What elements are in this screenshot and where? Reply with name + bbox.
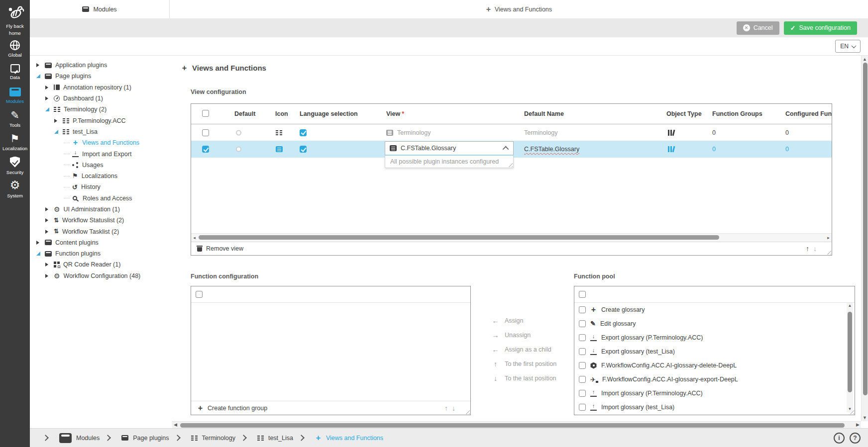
tree-expander[interactable] — [64, 154, 70, 154]
language-selector[interactable]: EN — [835, 40, 861, 53]
transfer-button[interactable]: ↓ To the last position — [492, 375, 556, 382]
tree-item[interactable]: Usages — [30, 160, 169, 171]
function-pool-item[interactable]: Edit glossary — [574, 317, 847, 331]
tree-expander[interactable] — [45, 107, 50, 111]
item-checkbox[interactable] — [579, 334, 586, 341]
tree-item[interactable]: Page plugins — [30, 71, 169, 82]
scrollbar-thumb[interactable] — [848, 312, 852, 392]
tree-item[interactable]: Annotation repository (1) — [30, 82, 169, 93]
scroll-up-arrow[interactable]: ▲ — [862, 57, 868, 62]
tree-expander[interactable] — [45, 218, 50, 222]
row-checkbox[interactable] — [202, 146, 209, 153]
save-configuration-button[interactable]: ✓ Save configuration — [784, 21, 857, 35]
help-icon[interactable]: ? — [850, 433, 861, 444]
transfer-button[interactable]: → Unassign — [492, 332, 556, 339]
scroll-left-arrow[interactable]: ◀ — [174, 422, 177, 427]
language-selection-checkbox[interactable] — [300, 146, 307, 153]
tree-expander[interactable] — [54, 130, 59, 134]
tree-expander[interactable] — [45, 96, 50, 100]
tree-item[interactable]: Roles and Access — [30, 193, 169, 204]
cancel-button[interactable]: ✕ Cancel — [737, 21, 779, 35]
function-pool-item[interactable]: Export glossary (test_Lisa) — [574, 345, 847, 358]
select-all-checkbox[interactable] — [202, 110, 209, 117]
breadcrumb-item[interactable]: Terminology — [169, 435, 235, 442]
tree-expander[interactable] — [45, 207, 50, 211]
tree-item[interactable]: Localizations — [30, 171, 169, 181]
tree-item[interactable]: Workflow Statuslist (2) — [30, 215, 169, 226]
item-checkbox[interactable] — [579, 306, 586, 313]
tree-item[interactable]: QR Code Reader (1) — [30, 259, 169, 270]
tree-item[interactable]: Function plugins — [30, 248, 169, 259]
breadcrumb-item[interactable]: test_Lisa — [235, 435, 293, 442]
move-up-button[interactable]: ↑ — [806, 245, 809, 253]
scroll-up-arrow[interactable]: ▲ — [848, 303, 852, 309]
move-up-button[interactable]: ↑ — [444, 404, 448, 412]
item-checkbox[interactable] — [579, 320, 586, 327]
scroll-down-arrow[interactable]: ▼ — [848, 406, 852, 412]
view-cell[interactable]: Terminology — [386, 129, 431, 136]
sidebar-nav-item[interactable]: System — [0, 178, 30, 201]
view-table-row[interactable]: Terminology Terminology 0 0 — [191, 124, 832, 141]
tree-item[interactable]: Dashboard (1) — [30, 93, 169, 104]
breadcrumb-item[interactable]: Page plugins — [100, 435, 169, 442]
tree-expander[interactable] — [45, 274, 50, 278]
tree-expander[interactable] — [54, 119, 59, 123]
tree-item[interactable]: Content plugins — [30, 237, 169, 248]
scroll-left-arrow[interactable]: ◂ — [191, 235, 198, 240]
row-checkbox[interactable] — [202, 129, 209, 136]
tree-item[interactable]: Import and Export — [30, 148, 169, 159]
move-down-button[interactable]: ↓ — [452, 404, 455, 412]
resize-grip[interactable] — [507, 162, 513, 167]
default-radio[interactable] — [236, 147, 241, 152]
function-pool-item[interactable]: Import glossary (test_Lisa) — [574, 400, 847, 414]
tree-expander[interactable] — [45, 263, 50, 267]
tree-expander[interactable] — [36, 252, 41, 256]
select-all-checkbox[interactable] — [579, 291, 586, 298]
item-checkbox[interactable] — [579, 376, 586, 383]
sidebar-nav-item[interactable]: Data — [0, 61, 30, 84]
scrollbar-thumb[interactable] — [180, 423, 845, 428]
tree-item[interactable]: Workflow Tasklist (2) — [30, 226, 169, 237]
tree-item[interactable]: Application plugins — [30, 60, 169, 71]
function-pool-item[interactable]: Import glossary (P.Terminology.ACC) — [574, 386, 847, 400]
sidebar-nav-item[interactable]: Global — [0, 37, 30, 61]
item-checkbox[interactable] — [579, 390, 586, 397]
function-pool-item[interactable]: Create glossary — [574, 303, 847, 317]
info-icon[interactable]: i — [834, 433, 845, 444]
default-radio[interactable] — [236, 130, 241, 135]
home-logo[interactable]: Fly back home — [2, 3, 27, 37]
language-selection-checkbox[interactable] — [300, 129, 307, 136]
breadcrumb-item[interactable]: Modules — [37, 433, 100, 443]
item-checkbox[interactable] — [579, 348, 586, 355]
tree-expander[interactable] — [36, 63, 41, 67]
scroll-down-arrow[interactable]: ▼ — [862, 415, 868, 420]
tree-item[interactable]: Workflow Configuration (48) — [30, 270, 169, 281]
tree-expander[interactable] — [36, 241, 41, 245]
tree-expander[interactable] — [64, 198, 70, 198]
breadcrumb-item[interactable]: Views and Functions — [293, 435, 383, 442]
item-checkbox[interactable] — [579, 362, 586, 369]
function-groups-cell[interactable]: 0 — [712, 146, 716, 153]
transfer-button[interactable]: ↑ To the first position — [492, 360, 556, 367]
scrollbar-thumb[interactable] — [199, 235, 719, 240]
sidebar-nav-item[interactable]: Tools — [0, 107, 30, 131]
tree-item[interactable]: UI Administration (1) — [30, 204, 169, 215]
transfer-button[interactable]: ← Assign — [492, 317, 556, 324]
move-down-button[interactable]: ↓ — [813, 245, 817, 253]
remove-view-button[interactable]: Remove view — [197, 245, 243, 252]
tree-expander[interactable] — [64, 165, 70, 165]
tree-item[interactable]: test_Lisa — [30, 126, 169, 137]
tree-item[interactable]: Terminology (2) — [30, 104, 169, 115]
active-tab[interactable]: Views and Functions — [169, 0, 868, 18]
select-all-checkbox[interactable] — [196, 291, 203, 298]
item-checkbox[interactable] — [579, 404, 586, 411]
tree-expander[interactable] — [36, 74, 41, 78]
scroll-right-arrow[interactable]: ▸ — [825, 235, 832, 240]
view-combobox[interactable]: C.FSTable.Glossary — [385, 141, 514, 156]
tree-expander[interactable] — [45, 86, 50, 89]
tree-expander[interactable] — [64, 176, 70, 177]
create-function-group-button[interactable]: Create function group — [197, 405, 267, 412]
tree-expander[interactable] — [64, 143, 70, 143]
sidebar-nav-item[interactable]: Security — [0, 154, 30, 178]
scrollbar-thumb[interactable] — [863, 63, 868, 395]
